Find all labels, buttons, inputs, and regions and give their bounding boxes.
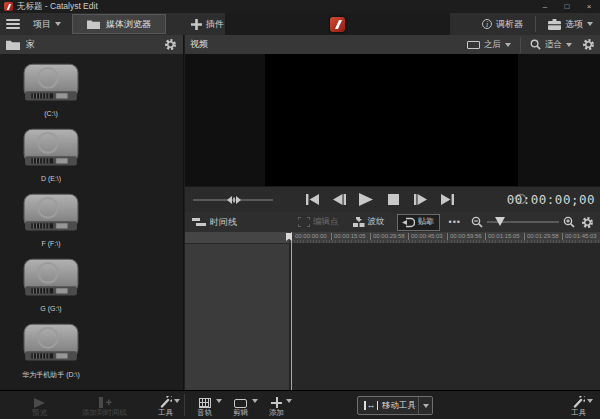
caret-down-icon: [566, 43, 572, 47]
ruler-tick-label: 00:00:29:58: [370, 233, 405, 240]
tab-plugins[interactable]: 插件: [184, 13, 231, 35]
hdd-icon: [22, 62, 80, 108]
close-button[interactable]: ×: [578, 0, 600, 13]
timeline-track-area[interactable]: [185, 243, 600, 390]
preview-button[interactable]: 预览: [32, 398, 47, 417]
video-panel-title: 视频: [190, 38, 208, 51]
hamburger-menu-icon[interactable]: [0, 13, 26, 35]
inspector-button[interactable]: i 调析器: [475, 13, 530, 35]
clip-button[interactable]: 剪辑: [233, 399, 248, 417]
folder-icon: [87, 19, 100, 29]
edit-point-icon: [298, 217, 310, 227]
track-header-column[interactable]: [185, 244, 290, 391]
go-to-start-button[interactable]: [303, 190, 321, 208]
hdd-icon: [22, 192, 80, 238]
next-frame-button[interactable]: [411, 190, 429, 208]
video-frame: [265, 54, 518, 186]
shuttle-slider[interactable]: [193, 199, 273, 201]
timeline-zoom-slider[interactable]: [487, 221, 559, 223]
add-label: 添加: [269, 409, 284, 417]
caret-down-icon: [587, 399, 593, 403]
catalyst-edit-window: 无标题 - Catalyst Edit – □ × 项目 媒体浏览器 插件 i …: [0, 0, 600, 419]
ruler-tick-label: 00:01:29:58: [524, 233, 559, 240]
edit-point-button[interactable]: 编辑点: [294, 212, 343, 232]
drive-label: F (F:\): [41, 240, 60, 247]
compare-mode-dropdown[interactable]: 之后: [463, 35, 515, 54]
previous-frame-button[interactable]: [330, 190, 348, 208]
shuttle-handle-icon[interactable]: [227, 196, 241, 204]
play-icon: [33, 398, 46, 408]
timeline-header: 时间线 编辑点 波纹 贴靠 ••: [185, 212, 600, 232]
options-button[interactable]: 选项: [541, 13, 600, 35]
play-button[interactable]: [357, 190, 375, 208]
title-bar: 无标题 - Catalyst Edit – □ ×: [0, 0, 600, 13]
tools-right-button[interactable]: 工具: [571, 396, 586, 417]
logo-strip: [225, 13, 450, 35]
caret-down-icon: [423, 404, 429, 408]
wrench-icon: [572, 396, 585, 408]
drive-item-c[interactable]: (C:\): [10, 62, 92, 117]
gear-icon[interactable]: [582, 38, 595, 51]
timeline-ruler[interactable]: 00:00:00:00 00:00:15:05 00:00:29:58 00:0…: [185, 232, 600, 243]
add-plus-icon: [271, 397, 282, 408]
add-to-timeline-button[interactable]: 添加到时间线: [82, 397, 127, 417]
toolbox-icon: [548, 19, 561, 30]
stop-button[interactable]: [384, 190, 402, 208]
plus-icon: [191, 19, 202, 30]
timeline-title: 时间线: [185, 216, 244, 229]
drive-item-f[interactable]: F (F:\): [10, 192, 92, 247]
tracks-button[interactable]: 音轨: [197, 398, 212, 417]
divider: [184, 394, 185, 416]
tools-left-button[interactable]: 工具: [158, 396, 173, 417]
divider: [535, 16, 536, 32]
wrench-icon: [159, 396, 172, 408]
ruler-tick-label: 00:00:59:56: [447, 233, 482, 240]
timeline-icon: [192, 217, 206, 227]
right-panel: 视频 之后 适合: [185, 35, 600, 390]
add-to-timeline-label: 添加到时间线: [82, 409, 127, 417]
caret-down-icon: [55, 22, 61, 26]
maximize-button[interactable]: □: [556, 0, 578, 13]
catalyst-logo-icon: [330, 17, 345, 32]
project-menu[interactable]: 项目: [26, 13, 68, 35]
add-button[interactable]: 添加: [269, 397, 284, 417]
ripple-icon: [353, 217, 365, 228]
drive-item-e[interactable]: D (E:\): [10, 127, 92, 182]
zoom-level-value: 适合: [545, 39, 562, 51]
more-options-button[interactable]: •••: [445, 217, 465, 227]
hdd-icon: [22, 322, 80, 368]
ruler-left-cap: [185, 232, 290, 243]
tab-media-browser[interactable]: 媒体浏览器: [72, 14, 166, 34]
zoom-slider-knob[interactable]: [495, 217, 505, 226]
minimize-button[interactable]: –: [534, 0, 556, 13]
gear-icon[interactable]: [164, 38, 177, 51]
add-clip-icon: [98, 397, 112, 408]
edit-point-label: 编辑点: [313, 216, 339, 228]
info-icon: i: [482, 19, 492, 29]
monitor-icon: [467, 41, 480, 49]
tracks-grid-icon: [199, 398, 211, 408]
zoom-out-icon[interactable]: [471, 216, 483, 228]
move-tool-button[interactable]: ↔ 移动工具: [357, 396, 433, 415]
compare-mode-value: 之后: [484, 39, 501, 51]
playhead-line[interactable]: [291, 232, 292, 390]
zoom-level-dropdown[interactable]: 适合: [526, 35, 576, 54]
snap-button[interactable]: 贴靠: [397, 214, 440, 231]
video-preview-area: [185, 54, 600, 186]
media-browser-label: 媒体浏览器: [106, 18, 151, 31]
go-to-end-button[interactable]: [438, 190, 456, 208]
snap-label: 贴靠: [418, 216, 435, 228]
gear-icon[interactable]: [581, 216, 594, 229]
ruler-tick-label: 00:00:00:00: [293, 233, 327, 240]
ripple-button[interactable]: 波纹: [349, 212, 389, 232]
zoom-in-icon[interactable]: [563, 216, 575, 228]
move-tool-dropdown[interactable]: [418, 397, 432, 414]
drive-item-huawei[interactable]: 华为手机助手 (D:\): [10, 322, 92, 380]
caret-down-icon: [286, 399, 292, 403]
caret-down-icon: [252, 399, 258, 403]
menu-bar: 项目 媒体浏览器 插件 i 调析器: [0, 13, 600, 35]
caret-down-icon: [505, 43, 511, 47]
ruler-tick-label: 00:00:15:05: [331, 233, 366, 240]
folder-icon[interactable]: [6, 39, 20, 50]
drive-item-g[interactable]: G (G:\): [10, 257, 92, 312]
